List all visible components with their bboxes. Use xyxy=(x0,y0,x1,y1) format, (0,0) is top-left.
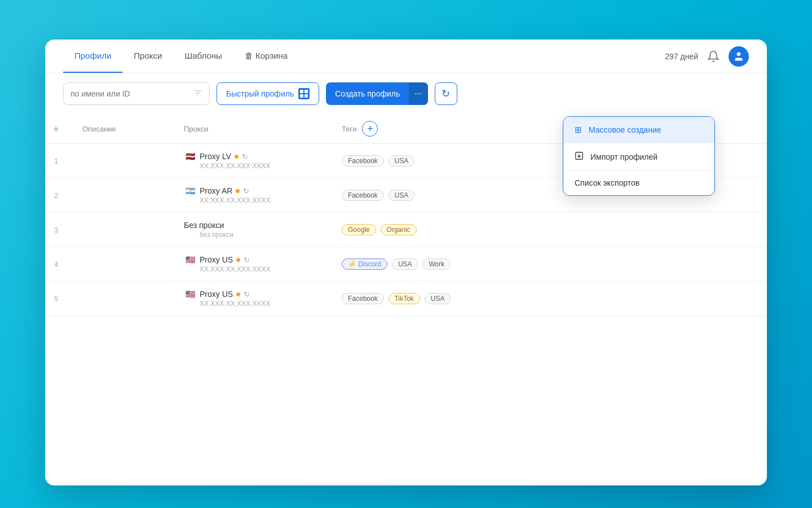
windows-icon xyxy=(298,88,310,99)
proxy-status-dot xyxy=(236,258,240,262)
row-tags: ⚡ Discord USA Work xyxy=(333,247,767,282)
tag[interactable]: USA xyxy=(389,155,415,167)
navbar: Профили Прокси Шаблоны 🗑 Корзина 297 дне… xyxy=(45,40,767,73)
row-proxy: 🇺🇸 Proxy US ↻ XX.XXX.XX.XXX:XXXX xyxy=(175,247,333,282)
create-profile-button[interactable]: Создать профиль ··· xyxy=(326,82,427,105)
proxy-refresh-icon[interactable]: ↻ xyxy=(244,256,250,264)
nav-item-templates[interactable]: Шаблоны xyxy=(173,40,233,73)
table-row: 4 🇺🇸 Proxy US ↻ XX.XXX.XX.XXX:XXXX xyxy=(45,247,767,282)
days-badge: 297 дней xyxy=(665,52,698,61)
row-proxy: 🇱🇻 Proxy LV ↻ XX.XXX.XX.XXX:XXXX xyxy=(175,144,333,178)
proxy-flag: 🇺🇸 xyxy=(184,255,196,264)
toolbar: Быстрый профиль Создать профиль ··· ↻ xyxy=(45,73,767,114)
row-tags: Google Organic xyxy=(333,213,767,247)
nav-right: 297 дней xyxy=(665,46,749,67)
main-window: Профили Прокси Шаблоны 🗑 Корзина 297 дне… xyxy=(45,40,767,485)
row-proxy: 🇦🇷 Proxy AR ↻ XX.XXX.XX.XXX:XXXX xyxy=(175,178,333,213)
row-description xyxy=(73,213,175,247)
row-num: 3 xyxy=(45,213,73,247)
bulk-create-icon: ⊞ xyxy=(575,125,582,135)
dropdown-menu: ⊞ Массовое создание Импорт профилей Спис… xyxy=(563,116,715,196)
add-column-button[interactable]: + xyxy=(362,121,378,137)
search-input[interactable] xyxy=(70,89,189,98)
import-icon xyxy=(575,151,584,162)
proxy-flag: 🇱🇻 xyxy=(184,152,196,161)
proxy-refresh-icon[interactable]: ↻ xyxy=(243,187,249,195)
refresh-button[interactable]: ↻ xyxy=(435,82,457,105)
row-description xyxy=(73,282,175,316)
nav-item-trash[interactable]: 🗑 Корзина xyxy=(233,40,299,73)
user-avatar-button[interactable] xyxy=(729,46,749,67)
proxy-status-dot xyxy=(236,292,240,296)
proxy-flag: 🇦🇷 xyxy=(184,186,196,195)
table-row: 3 Без прокси без прокси Google Organic xyxy=(45,213,767,247)
nav-items: Профили Прокси Шаблоны 🗑 Корзина xyxy=(63,40,299,73)
row-tags: Facebook TikTok USA xyxy=(333,282,767,316)
col-description: Описание xyxy=(73,114,175,144)
tag[interactable]: TikTok xyxy=(389,293,420,304)
bell-icon[interactable] xyxy=(707,50,720,63)
tag[interactable]: Facebook xyxy=(342,293,384,304)
proxy-status-dot xyxy=(236,189,240,193)
filter-icon[interactable] xyxy=(193,89,202,99)
tag[interactable]: USA xyxy=(392,259,418,270)
tag[interactable]: USA xyxy=(425,293,451,304)
row-num: 1 xyxy=(45,144,73,178)
col-proxy: Прокси xyxy=(175,114,333,144)
tag[interactable]: Google xyxy=(342,224,376,235)
tag[interactable]: ⚡ Discord xyxy=(342,259,387,270)
tag[interactable]: Work xyxy=(422,259,451,270)
row-num: 2 xyxy=(45,178,73,213)
proxy-status-dot xyxy=(235,155,239,159)
quick-profile-button[interactable]: Быстрый профиль xyxy=(217,82,319,105)
dropdown-item-exports[interactable]: Список экспортов xyxy=(563,170,714,195)
tag[interactable]: USA xyxy=(389,190,415,201)
row-description xyxy=(73,144,175,178)
proxy-refresh-icon[interactable]: ↻ xyxy=(242,152,248,161)
row-proxy: Без прокси без прокси xyxy=(175,213,333,247)
table-row: 5 🇺🇸 Proxy US ↻ XX.XXX.XX.XXX:XXXX xyxy=(45,282,767,316)
row-num: 4 xyxy=(45,247,73,282)
proxy-refresh-icon[interactable]: ↻ xyxy=(244,290,250,299)
dropdown-item-import[interactable]: Импорт профилей xyxy=(563,143,714,170)
row-proxy: 🇺🇸 Proxy US ↻ XX.XXX.XX.XXX:XXXX xyxy=(175,282,333,316)
proxy-flag: 🇺🇸 xyxy=(184,290,196,299)
row-description xyxy=(73,247,175,282)
nav-item-profiles[interactable]: Профили xyxy=(63,40,122,73)
tag[interactable]: Facebook xyxy=(342,155,384,167)
search-wrapper xyxy=(63,82,210,105)
row-num: 5 xyxy=(45,282,73,316)
tag[interactable]: Facebook xyxy=(342,190,384,201)
row-description xyxy=(73,178,175,213)
create-profile-more-button[interactable]: ··· xyxy=(409,82,427,105)
tag[interactable]: Organic xyxy=(381,224,417,235)
col-num: # xyxy=(45,114,73,144)
dropdown-item-bulk-create[interactable]: ⊞ Массовое создание xyxy=(563,117,714,143)
nav-item-proxies[interactable]: Прокси xyxy=(122,40,173,73)
